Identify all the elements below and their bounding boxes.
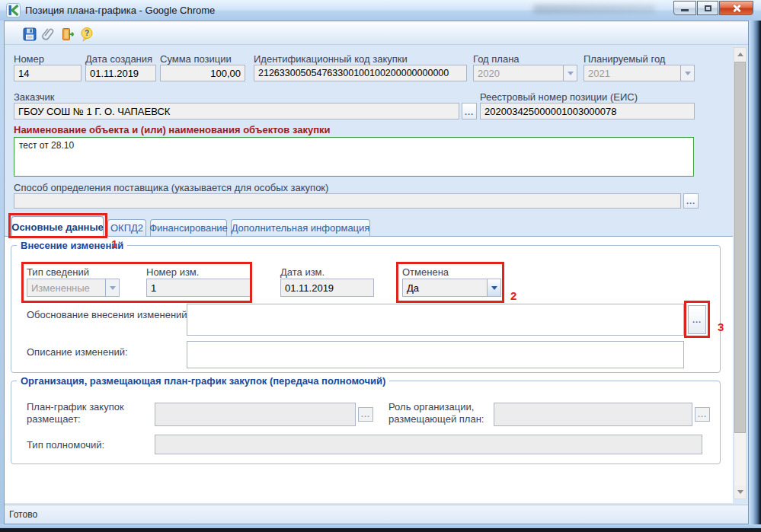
status-text: Готово [9, 509, 37, 520]
supplier-method-picker-button[interactable]: ... [683, 193, 699, 209]
tab-okpd2[interactable]: ОКПД2 [107, 219, 146, 236]
role-label: Роль организации, размещающей план: [388, 401, 495, 425]
change-date-field[interactable]: 01.11.2019 [280, 279, 374, 297]
toolbar [5, 21, 748, 45]
object-name-textarea[interactable]: тест от 28.10 [14, 137, 694, 177]
scrollbar-thumb[interactable] [734, 62, 746, 433]
placer-label: План-график закупок размещает: [27, 401, 141, 425]
annotation-box-fields [21, 262, 252, 303]
plan-year-dropdown-button[interactable] [563, 65, 577, 81]
supplier-method-field[interactable] [14, 193, 681, 209]
scroll-down-button[interactable] [734, 486, 746, 499]
help-button[interactable]: ? [78, 26, 95, 43]
save-icon [22, 27, 37, 42]
tab-financing[interactable]: Финансирование [150, 219, 227, 236]
window-right-frame [749, 21, 761, 524]
plan-year-value: 2020 [478, 68, 500, 79]
minimize-icon [681, 9, 689, 11]
number-label: Номер [14, 53, 44, 65]
maximize-icon [705, 5, 711, 11]
planned-year-label: Планируемый год [584, 53, 665, 65]
scroll-up-button[interactable] [734, 48, 746, 61]
number-field[interactable]: 14 [14, 65, 82, 81]
vertical-scrollbar[interactable] [734, 47, 747, 499]
plan-year-label: Год плана [473, 53, 520, 65]
app-window: Позиция плана-графика - Google Chrome [0, 0, 761, 532]
planned-year-value: 2021 [588, 68, 610, 79]
description-label: Описание изменений: [27, 346, 128, 358]
annotation-number-2: 2 [510, 289, 516, 302]
position-sum-label: Сумма позиции [160, 53, 232, 65]
creation-date-label: Дата создания [85, 53, 152, 65]
close-icon [732, 4, 741, 13]
exit-door-icon [60, 27, 75, 42]
arrow-up-icon [737, 53, 743, 56]
save-button[interactable] [21, 26, 38, 43]
maximize-button[interactable] [697, 1, 718, 15]
authority-type-field[interactable] [155, 435, 702, 454]
annotation-number-3: 3 [718, 320, 724, 333]
annotation-number-1: 1 [111, 237, 117, 250]
help-icon: ? [79, 27, 94, 42]
annotation-box-1 [8, 213, 107, 238]
placer-picker-button[interactable]: ... [358, 407, 373, 422]
svg-text:?: ? [85, 29, 89, 37]
ikz-field[interactable]: 212633005054763300100100200000000000 [254, 65, 467, 81]
minimize-button[interactable] [673, 1, 696, 15]
plan-year-select[interactable]: 2020 [473, 65, 577, 81]
window-title: Позиция плана-графика - Google Chrome [25, 5, 215, 16]
window-bottom-edge [0, 528, 761, 532]
creation-date-field[interactable]: 01.11.2019 [85, 65, 156, 81]
annotation-box-2 [396, 262, 504, 303]
exit-button[interactable] [59, 26, 76, 43]
app-logo-icon [6, 3, 21, 18]
registry-number-label: Реестровый номер позиции (ЕИС) [480, 91, 638, 103]
customer-field[interactable]: ГБОУ СОШ № 1 Г. О. ЧАПАЕВСК [14, 103, 459, 119]
role-picker-button[interactable]: ... [695, 407, 710, 422]
title-bar: Позиция плана-графика - Google Chrome [0, 0, 761, 21]
arrow-down-icon [737, 490, 743, 494]
tab-additional-info[interactable]: Дополнительная информация [231, 219, 370, 236]
role-field[interactable] [494, 403, 692, 426]
chevron-down-icon [568, 72, 574, 75]
description-textarea[interactable] [187, 341, 684, 368]
customer-picker-button[interactable]: ... [462, 103, 477, 119]
organization-fieldset-title: Организация, размещающая план-график зак… [17, 375, 389, 387]
object-name-label: Наименование объекта и (или) наименовани… [14, 124, 331, 135]
position-sum-field[interactable]: 100,00 [160, 65, 245, 81]
attach-button[interactable] [40, 26, 57, 43]
close-button[interactable] [719, 1, 753, 15]
supplier-method-label: Способ определения поставщика (указывает… [14, 182, 328, 193]
planned-year-select[interactable]: 2021 [584, 65, 695, 81]
chevron-down-icon [685, 72, 691, 75]
planned-year-dropdown-button[interactable] [680, 65, 694, 81]
customer-label: Заказчик [14, 91, 54, 103]
ikz-label: Идентификационный код закупки [254, 53, 408, 65]
annotation-box-3 [684, 301, 710, 338]
status-bar: Готово [5, 505, 748, 523]
paperclip-icon [41, 27, 56, 42]
justification-textarea[interactable] [187, 304, 684, 336]
registry-number-field[interactable]: 202003425000001003000078 [480, 103, 695, 119]
blurred-watermark [533, 5, 655, 14]
justification-label: Обоснование внесения изменений: [27, 309, 190, 320]
authority-type-label: Тип полномочий: [27, 439, 104, 451]
change-date-label: Дата изм. [280, 266, 325, 278]
placer-field[interactable] [155, 403, 356, 426]
